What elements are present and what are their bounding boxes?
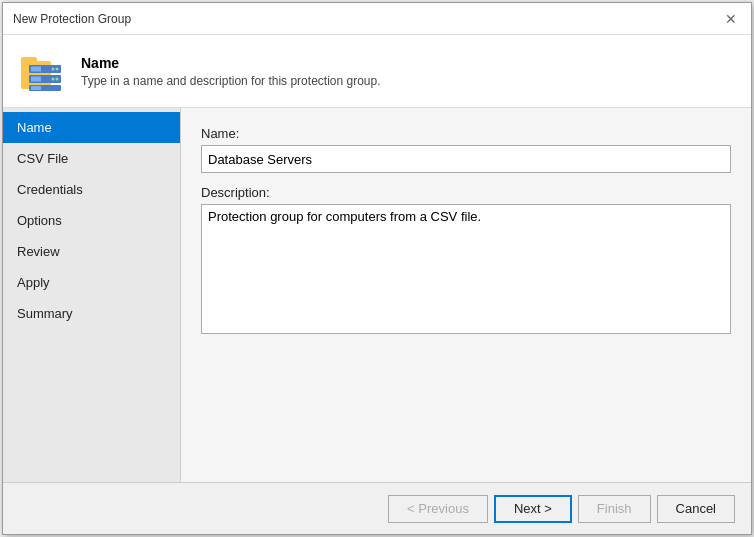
previous-button[interactable]: < Previous <box>388 495 488 523</box>
name-input[interactable] <box>201 145 731 173</box>
description-field-group: Description: Protection group for comput… <box>201 185 731 337</box>
svg-point-9 <box>52 78 55 81</box>
svg-point-4 <box>56 68 59 71</box>
content-area: Name CSV File Credentials Options Review… <box>3 108 751 482</box>
title-bar: New Protection Group ✕ <box>3 3 751 35</box>
cancel-button[interactable]: Cancel <box>657 495 735 523</box>
name-label: Name: <box>201 126 731 141</box>
dialog-title: New Protection Group <box>13 12 131 26</box>
sidebar-item-review[interactable]: Review <box>3 236 180 267</box>
next-button[interactable]: Next > <box>494 495 572 523</box>
finish-button[interactable]: Finish <box>578 495 651 523</box>
sidebar-item-credentials[interactable]: Credentials <box>3 174 180 205</box>
svg-rect-11 <box>31 86 41 90</box>
svg-point-5 <box>52 68 55 71</box>
header-icon <box>19 47 67 95</box>
sidebar-item-apply[interactable]: Apply <box>3 267 180 298</box>
footer: < Previous Next > Finish Cancel <box>3 482 751 534</box>
close-button[interactable]: ✕ <box>721 9 741 29</box>
sidebar-item-summary[interactable]: Summary <box>3 298 180 329</box>
svg-rect-3 <box>31 67 41 72</box>
sidebar-item-name[interactable]: Name <box>3 112 180 143</box>
protection-group-icon <box>19 47 67 95</box>
sidebar-item-csv-file[interactable]: CSV File <box>3 143 180 174</box>
dialog-header: Name Type in a name and description for … <box>3 35 751 108</box>
sidebar-item-options[interactable]: Options <box>3 205 180 236</box>
sidebar: Name CSV File Credentials Options Review… <box>3 108 181 482</box>
description-input[interactable]: Protection group for computers from a CS… <box>201 204 731 334</box>
svg-rect-7 <box>31 77 41 82</box>
dialog: New Protection Group ✕ <box>2 2 752 535</box>
description-label: Description: <box>201 185 731 200</box>
name-field-group: Name: <box>201 126 731 173</box>
main-content: Name: Description: Protection group for … <box>181 108 751 482</box>
svg-point-8 <box>56 78 59 81</box>
header-description: Type in a name and description for this … <box>81 74 381 88</box>
header-text: Name Type in a name and description for … <box>81 55 381 88</box>
svg-rect-1 <box>21 57 37 65</box>
header-title: Name <box>81 55 381 71</box>
